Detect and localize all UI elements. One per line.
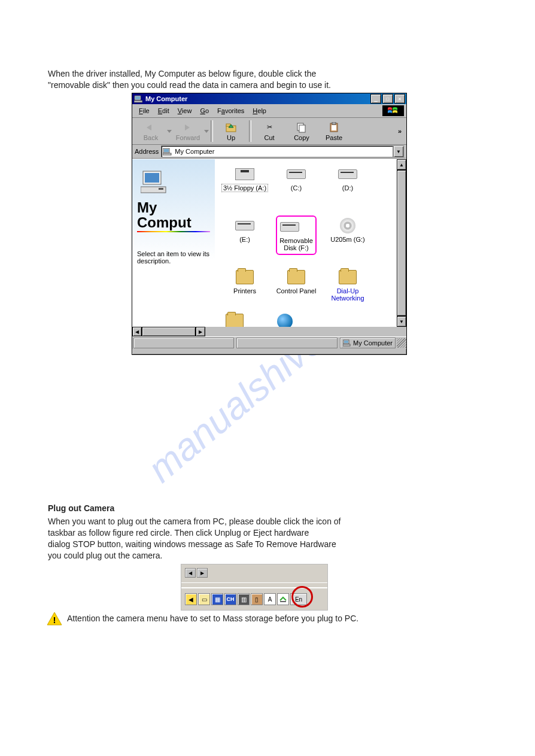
menu-edit[interactable]: Edit <box>154 106 174 116</box>
vertical-scrollbar[interactable]: ▲ ▼ <box>397 159 406 327</box>
resize-grip[interactable] <box>397 338 406 348</box>
scroll-left-button[interactable]: ◀ <box>132 327 142 336</box>
tray-clipboard-icon[interactable]: ▯ <box>251 593 263 605</box>
scroll-right-button[interactable]: ▶ <box>196 327 205 336</box>
computer-icon <box>133 94 143 104</box>
window-title: My Computer <box>145 95 369 102</box>
drive-item[interactable]: (D:) <box>323 165 373 213</box>
toolbar-back[interactable]: Back <box>135 122 167 141</box>
overflow-chevron[interactable]: » <box>398 127 404 135</box>
svg-rect-14 <box>145 173 159 183</box>
scroll-thumb[interactable] <box>397 170 406 316</box>
tray-text-icon[interactable]: A <box>264 593 276 605</box>
toolbar-up-label: Up <box>227 134 235 141</box>
menu-favorites[interactable]: Favorites <box>213 106 248 116</box>
cd-icon <box>338 217 358 235</box>
maximize-button[interactable]: ☐ <box>382 94 393 104</box>
drive-item-label: Dial-UpNetworking <box>331 287 364 302</box>
rainbow-divider <box>137 231 210 232</box>
drive-item[interactable]: RemovableDisk (F:) <box>271 217 321 265</box>
toolbar-forward[interactable]: Forward <box>172 122 204 141</box>
warning-icon: ! <box>47 612 62 626</box>
drive-item[interactable]: Printers <box>220 268 270 316</box>
svg-rect-11 <box>164 149 169 152</box>
address-field[interactable]: My Computer <box>161 145 393 157</box>
folder-icon[interactable] <box>226 314 244 327</box>
scissors-icon: ✂ <box>263 122 275 133</box>
address-dropdown-button[interactable]: ▼ <box>393 145 404 157</box>
titlebar[interactable]: My Computer _ ☐ ✕ <box>132 93 406 104</box>
drive-item[interactable]: (E:) <box>220 217 270 265</box>
drive-item[interactable]: Dial-UpNetworking <box>323 268 373 316</box>
info-pane-description: Select an item to view its description. <box>137 250 210 265</box>
drive-icon <box>235 217 255 235</box>
taskbar-snippet: ◀ ▶ ◀ ▭ ▦ CH ▥ ▯ A En <box>181 564 328 611</box>
scroll-thumb[interactable] <box>142 327 196 336</box>
minimize-button[interactable]: _ <box>370 94 381 104</box>
attention-text: Attention the camera menu have to set to… <box>67 613 486 624</box>
drive-item-label: 3½ Floppy (A:) <box>222 184 268 192</box>
client-area: My Comput Select an item to view its des… <box>132 159 406 327</box>
drive-item-label: RemovableDisk (F:) <box>279 237 313 251</box>
scroll-right-button[interactable]: ▶ <box>197 568 208 578</box>
doc-intro: When the driver installed, My Computer a… <box>48 68 491 91</box>
folder-icon <box>286 268 306 286</box>
dropdown-arrow-icon[interactable] <box>204 128 209 134</box>
menubar: File Edit View Go Favorites Help <box>132 104 406 118</box>
svg-rect-2 <box>134 101 142 102</box>
globe-icon[interactable] <box>277 314 293 327</box>
svg-rect-1 <box>135 96 140 99</box>
toolbar-back-label: Back <box>144 134 158 141</box>
folder-icon <box>235 268 255 286</box>
plug-heading: Plug out Camera <box>48 503 114 514</box>
drive-item-label: (E:) <box>239 236 250 243</box>
plug-body: When you want to plug out the camera fro… <box>48 516 491 561</box>
drive-item-label: (C:) <box>291 184 302 192</box>
folder-up-icon <box>225 122 237 133</box>
tray-display-icon[interactable]: ▭ <box>198 593 210 605</box>
drive-icon <box>286 165 306 183</box>
address-bar: Address My Computer ▼ <box>132 145 406 159</box>
menu-go[interactable]: Go <box>196 106 213 116</box>
scroll-up-button[interactable]: ▲ <box>397 159 406 170</box>
icon-view: 3½ Floppy (A:) (C:) (D:) (E:) RemovableD… <box>215 159 397 327</box>
drive-item[interactable]: (C:) <box>271 165 321 213</box>
horizontal-scrollbar[interactable]: ◀ ▶ <box>132 327 205 336</box>
windows-flag-icon <box>382 105 404 116</box>
svg-rect-9 <box>332 125 336 130</box>
menu-view[interactable]: View <box>174 106 196 116</box>
tray-speaker-icon[interactable]: ◀ <box>185 593 197 605</box>
svg-rect-12 <box>163 153 171 155</box>
scroll-down-button[interactable]: ▼ <box>397 316 406 327</box>
dropdown-arrow-icon[interactable] <box>167 128 172 134</box>
floppy-icon <box>235 165 255 183</box>
address-value: My Computer <box>175 148 214 155</box>
svg-rect-18 <box>344 341 348 343</box>
drive-item[interactable]: U205m (G:) <box>323 217 373 265</box>
tray-ime-icon[interactable]: CH <box>224 593 236 605</box>
svg-rect-8 <box>332 122 336 125</box>
tray-keyboard-icon[interactable]: ▥ <box>238 593 250 605</box>
drive-item[interactable]: 3½ Floppy (A:) <box>220 165 270 213</box>
separator <box>211 120 213 142</box>
close-button[interactable]: ✕ <box>394 94 405 104</box>
toolbar-copy[interactable]: Copy <box>285 122 318 141</box>
drive-item-label: (D:) <box>342 184 353 192</box>
toolbar-paste[interactable]: Paste <box>318 122 350 141</box>
svg-rect-19 <box>343 344 350 346</box>
toolbar-cut-label: Cut <box>264 134 274 141</box>
tray-eject-icon[interactable] <box>277 593 289 605</box>
address-label: Address <box>135 148 159 155</box>
drive-item[interactable]: Control Panel <box>271 268 321 316</box>
scroll-left-button[interactable]: ◀ <box>185 568 196 578</box>
status-text: My Computer <box>353 339 393 347</box>
computer-icon <box>343 339 351 347</box>
tray-app-icon[interactable]: ▦ <box>211 593 223 605</box>
toolbar-up[interactable]: Up <box>215 122 247 141</box>
toolbar-forward-label: Forward <box>176 134 200 141</box>
menu-help[interactable]: Help <box>248 106 270 116</box>
forward-arrow-icon <box>182 122 194 133</box>
toolbar-cut[interactable]: ✂ Cut <box>253 122 285 141</box>
drive-item-label: U205m (G:) <box>330 236 364 243</box>
menu-file[interactable]: File <box>135 106 154 116</box>
